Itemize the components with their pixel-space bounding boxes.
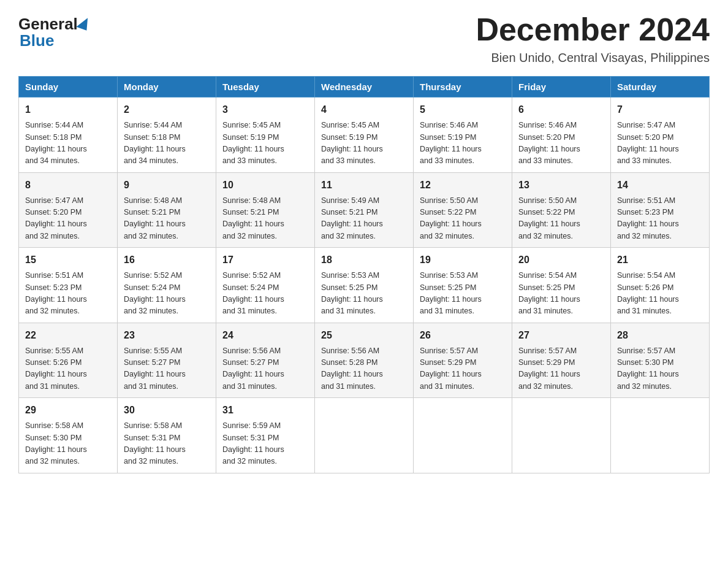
day-number: 19 — [420, 253, 506, 267]
day-number: 5 — [420, 102, 506, 117]
calendar-cell: 2Sunrise: 5:44 AMSunset: 5:18 PMDaylight… — [118, 98, 216, 173]
day-header-wednesday: Wednesday — [315, 77, 414, 98]
day-info: Sunrise: 5:54 AMSunset: 5:26 PMDaylight:… — [617, 270, 703, 318]
calendar-cell: 29Sunrise: 5:58 AMSunset: 5:30 PMDayligh… — [19, 398, 118, 473]
calendar-cell: 4Sunrise: 5:45 AMSunset: 5:19 PMDaylight… — [315, 98, 414, 173]
calendar-cell: 22Sunrise: 5:55 AMSunset: 5:26 PMDayligh… — [19, 323, 118, 398]
day-info: Sunrise: 5:58 AMSunset: 5:30 PMDaylight:… — [25, 420, 111, 468]
day-number: 3 — [222, 102, 308, 117]
day-header-row: SundayMondayTuesdayWednesdayThursdayFrid… — [19, 77, 710, 98]
calendar-title: December 2024 — [476, 12, 710, 47]
day-header-thursday: Thursday — [414, 77, 512, 98]
day-number: 17 — [222, 253, 308, 267]
day-number: 13 — [518, 178, 604, 193]
day-header-sunday: Sunday — [19, 77, 118, 98]
calendar-cell: 7Sunrise: 5:47 AMSunset: 5:20 PMDaylight… — [611, 98, 710, 173]
day-number: 22 — [25, 328, 111, 343]
day-info: Sunrise: 5:57 AMSunset: 5:29 PMDaylight:… — [420, 345, 506, 393]
day-number: 16 — [124, 253, 210, 267]
day-info: Sunrise: 5:44 AMSunset: 5:18 PMDaylight:… — [124, 120, 210, 167]
day-info: Sunrise: 5:53 AMSunset: 5:25 PMDaylight:… — [420, 270, 506, 318]
logo: General Blue — [18, 12, 90, 50]
calendar-cell: 15Sunrise: 5:51 AMSunset: 5:23 PMDayligh… — [19, 248, 118, 323]
day-info: Sunrise: 5:58 AMSunset: 5:31 PMDaylight:… — [124, 420, 210, 468]
calendar-cell: 12Sunrise: 5:50 AMSunset: 5:22 PMDayligh… — [414, 172, 512, 248]
calendar-cell: 9Sunrise: 5:48 AMSunset: 5:21 PMDaylight… — [118, 172, 216, 248]
day-number: 11 — [321, 178, 407, 193]
calendar-cell: 11Sunrise: 5:49 AMSunset: 5:21 PMDayligh… — [315, 172, 414, 248]
day-info: Sunrise: 5:55 AMSunset: 5:26 PMDaylight:… — [25, 345, 111, 393]
day-info: Sunrise: 5:46 AMSunset: 5:19 PMDaylight:… — [420, 120, 506, 167]
calendar-cell: 14Sunrise: 5:51 AMSunset: 5:23 PMDayligh… — [611, 172, 710, 248]
day-number: 6 — [518, 102, 604, 117]
day-info: Sunrise: 5:47 AMSunset: 5:20 PMDaylight:… — [617, 120, 703, 167]
calendar-week-row: 15Sunrise: 5:51 AMSunset: 5:23 PMDayligh… — [19, 248, 710, 323]
calendar-body: 1Sunrise: 5:44 AMSunset: 5:18 PMDaylight… — [19, 98, 710, 473]
day-info: Sunrise: 5:45 AMSunset: 5:19 PMDaylight:… — [222, 120, 308, 167]
calendar-week-row: 1Sunrise: 5:44 AMSunset: 5:18 PMDaylight… — [19, 98, 710, 173]
day-number: 20 — [518, 253, 604, 267]
day-info: Sunrise: 5:46 AMSunset: 5:20 PMDaylight:… — [518, 120, 604, 167]
day-info: Sunrise: 5:49 AMSunset: 5:21 PMDaylight:… — [321, 195, 407, 243]
calendar-cell: 28Sunrise: 5:57 AMSunset: 5:30 PMDayligh… — [611, 323, 710, 398]
day-number: 9 — [124, 178, 210, 193]
day-info: Sunrise: 5:50 AMSunset: 5:22 PMDaylight:… — [420, 195, 506, 243]
day-info: Sunrise: 5:57 AMSunset: 5:29 PMDaylight:… — [518, 345, 604, 393]
calendar-cell: 3Sunrise: 5:45 AMSunset: 5:19 PMDaylight… — [216, 98, 315, 173]
day-number: 18 — [321, 253, 407, 267]
calendar-cell: 5Sunrise: 5:46 AMSunset: 5:19 PMDaylight… — [414, 98, 512, 173]
day-info: Sunrise: 5:51 AMSunset: 5:23 PMDaylight:… — [25, 270, 111, 318]
day-info: Sunrise: 5:48 AMSunset: 5:21 PMDaylight:… — [124, 195, 210, 243]
day-info: Sunrise: 5:56 AMSunset: 5:27 PMDaylight:… — [222, 345, 308, 393]
day-info: Sunrise: 5:45 AMSunset: 5:19 PMDaylight:… — [321, 120, 407, 167]
calendar-cell: 26Sunrise: 5:57 AMSunset: 5:29 PMDayligh… — [414, 323, 512, 398]
day-number: 8 — [25, 178, 111, 193]
calendar-cell: 6Sunrise: 5:46 AMSunset: 5:20 PMDaylight… — [512, 98, 611, 173]
logo-blue-text: Blue — [18, 31, 54, 50]
calendar-cell — [414, 398, 512, 473]
day-info: Sunrise: 5:51 AMSunset: 5:23 PMDaylight:… — [617, 195, 703, 243]
day-number: 12 — [420, 178, 506, 193]
day-info: Sunrise: 5:44 AMSunset: 5:18 PMDaylight:… — [25, 120, 111, 167]
day-header-saturday: Saturday — [611, 77, 710, 98]
calendar-cell — [611, 398, 710, 473]
day-number: 28 — [617, 328, 703, 343]
day-number: 24 — [222, 328, 308, 343]
day-number: 10 — [222, 178, 308, 193]
day-number: 27 — [518, 328, 604, 343]
day-number: 4 — [321, 102, 407, 117]
day-info: Sunrise: 5:52 AMSunset: 5:24 PMDaylight:… — [222, 270, 308, 318]
title-area: December 2024 Bien Unido, Central Visaya… — [476, 12, 710, 65]
day-info: Sunrise: 5:52 AMSunset: 5:24 PMDaylight:… — [124, 270, 210, 318]
day-info: Sunrise: 5:59 AMSunset: 5:31 PMDaylight:… — [222, 420, 308, 468]
day-number: 15 — [25, 253, 111, 267]
day-number: 2 — [124, 102, 210, 117]
calendar-cell: 13Sunrise: 5:50 AMSunset: 5:22 PMDayligh… — [512, 172, 611, 248]
calendar-table: SundayMondayTuesdayWednesdayThursdayFrid… — [18, 76, 710, 473]
calendar-cell: 27Sunrise: 5:57 AMSunset: 5:29 PMDayligh… — [512, 323, 611, 398]
day-number: 26 — [420, 328, 506, 343]
day-number: 23 — [124, 328, 210, 343]
calendar-subtitle: Bien Unido, Central Visayas, Philippines — [476, 51, 710, 65]
calendar-header: SundayMondayTuesdayWednesdayThursdayFrid… — [19, 77, 710, 98]
day-number: 7 — [617, 102, 703, 117]
day-info: Sunrise: 5:50 AMSunset: 5:22 PMDaylight:… — [518, 195, 604, 243]
calendar-cell: 20Sunrise: 5:54 AMSunset: 5:25 PMDayligh… — [512, 248, 611, 323]
day-info: Sunrise: 5:54 AMSunset: 5:25 PMDaylight:… — [518, 270, 604, 318]
calendar-cell — [315, 398, 414, 473]
page-header: General Blue December 2024 Bien Unido, C… — [18, 12, 710, 65]
calendar-cell: 10Sunrise: 5:48 AMSunset: 5:21 PMDayligh… — [216, 172, 315, 248]
calendar-week-row: 22Sunrise: 5:55 AMSunset: 5:26 PMDayligh… — [19, 323, 710, 398]
day-number: 25 — [321, 328, 407, 343]
calendar-cell: 17Sunrise: 5:52 AMSunset: 5:24 PMDayligh… — [216, 248, 315, 323]
calendar-cell: 24Sunrise: 5:56 AMSunset: 5:27 PMDayligh… — [216, 323, 315, 398]
day-number: 30 — [124, 403, 210, 418]
day-header-friday: Friday — [512, 77, 611, 98]
day-number: 21 — [617, 253, 703, 267]
calendar-cell: 16Sunrise: 5:52 AMSunset: 5:24 PMDayligh… — [118, 248, 216, 323]
calendar-cell: 1Sunrise: 5:44 AMSunset: 5:18 PMDaylight… — [19, 98, 118, 173]
day-header-monday: Monday — [118, 77, 216, 98]
day-number: 29 — [25, 403, 111, 418]
calendar-cell: 23Sunrise: 5:55 AMSunset: 5:27 PMDayligh… — [118, 323, 216, 398]
calendar-week-row: 29Sunrise: 5:58 AMSunset: 5:30 PMDayligh… — [19, 398, 710, 473]
